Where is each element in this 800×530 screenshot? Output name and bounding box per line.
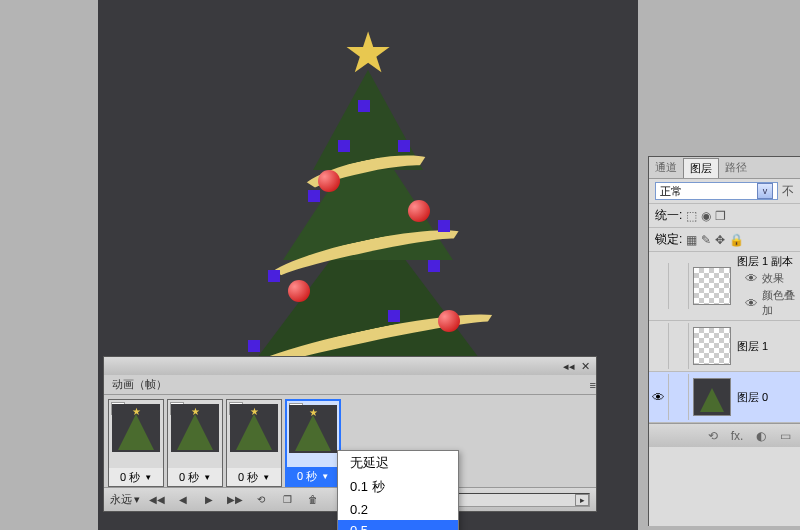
delay-option-no-delay[interactable]: 无延迟 xyxy=(338,451,458,475)
new-frame-button[interactable]: ❐ xyxy=(278,492,296,508)
unify-row: 统一: ⬚ ◉ ❐ xyxy=(649,204,800,228)
layer-row[interactable]: 👁 图层 0 xyxy=(649,372,800,423)
panel-menu-icon[interactable]: ≡ xyxy=(590,379,596,391)
link-cell[interactable] xyxy=(669,374,689,420)
frame-thumbnail: ★ xyxy=(289,405,337,453)
star-icon: ★ xyxy=(343,20,393,85)
new-group-button[interactable]: ▭ xyxy=(776,428,794,444)
lock-transparency-icon[interactable]: ▦ xyxy=(686,233,697,247)
fx-label: 效果 xyxy=(762,271,784,286)
dropdown-arrow-icon: v xyxy=(757,183,773,199)
frame-thumbnail: ★ xyxy=(112,404,160,452)
unify-style-icon[interactable]: ❐ xyxy=(715,209,726,223)
link-cell[interactable] xyxy=(669,263,689,309)
collapse-left-icon[interactable]: ◂◂ xyxy=(563,360,575,373)
animation-titlebar[interactable]: ◂◂ ✕ xyxy=(104,357,596,375)
layer-name: 图层 0 xyxy=(737,390,800,405)
play-button[interactable]: ▶ xyxy=(200,492,218,508)
layer-thumbnail xyxy=(693,327,731,365)
blend-mode-value: 正常 xyxy=(660,184,682,199)
animation-tab[interactable]: 动画（帧） ≡ xyxy=(104,375,596,395)
delete-frame-button[interactable]: 🗑 xyxy=(304,492,322,508)
animation-tab-label: 动画（帧） xyxy=(112,377,167,392)
layer-thumbnail xyxy=(693,267,731,305)
delay-option-0-1[interactable]: 0.1 秒 xyxy=(338,475,458,499)
layers-footer: ⟲ fx. ◐ ▭ xyxy=(649,423,800,447)
unify-label: 统一: xyxy=(655,207,682,224)
close-icon[interactable]: ✕ xyxy=(581,360,590,373)
lock-position-icon[interactable]: ✥ xyxy=(715,233,725,247)
eye-icon[interactable]: 👁 xyxy=(745,296,758,311)
eye-icon[interactable]: 👁 xyxy=(745,271,758,286)
next-frame-button[interactable]: ▶▶ xyxy=(226,492,244,508)
link-cell[interactable] xyxy=(669,323,689,369)
prev-frame-button[interactable]: ◀ xyxy=(174,492,192,508)
lock-pixels-icon[interactable]: ✎ xyxy=(701,233,711,247)
layer-mask-button[interactable]: ◐ xyxy=(752,428,770,444)
tab-channels[interactable]: 通道 xyxy=(649,158,683,177)
unify-visibility-icon[interactable]: ◉ xyxy=(701,209,711,223)
lock-row: 锁定: ▦ ✎ ✥ 🔒 xyxy=(649,228,800,252)
layer-list: 图层 1 副本 👁效果 👁颜色叠加 图层 1 👁 图层 0 xyxy=(649,252,800,423)
visibility-toggle[interactable]: 👁 xyxy=(649,374,669,420)
delay-option-0-5[interactable]: 0.5 xyxy=(338,520,458,530)
frame-thumbnail: ★ xyxy=(230,404,278,452)
layers-panel: 通道 图层 路径 正常 v 不 统一: ⬚ ◉ ❐ 锁定: ▦ ✎ ✥ 🔒 图层… xyxy=(648,156,800,526)
scroll-right-icon[interactable]: ▸ xyxy=(575,494,589,506)
frame-1[interactable]: 1 ★ 0 秒▼ xyxy=(108,399,164,487)
frame-2[interactable]: 2 ★ 0 秒▼ xyxy=(167,399,223,487)
frame-delay-button[interactable]: 0 秒▼ xyxy=(227,468,281,486)
frame-3[interactable]: 3 ★ 0 秒▼ xyxy=(226,399,282,487)
dropdown-arrow-icon: ▼ xyxy=(203,473,211,482)
blend-mode-select[interactable]: 正常 v xyxy=(655,182,778,200)
layer-thumbnail xyxy=(693,378,731,416)
first-frame-button[interactable]: ◀◀ xyxy=(148,492,166,508)
dropdown-arrow-icon: ▼ xyxy=(144,473,152,482)
tab-paths[interactable]: 路径 xyxy=(719,158,753,177)
frame-4[interactable]: 4 ★ 0 秒▼ xyxy=(285,399,341,487)
lock-all-icon[interactable]: 🔒 xyxy=(729,233,744,247)
link-layers-button[interactable]: ⟲ xyxy=(704,428,722,444)
layer-name: 图层 1 副本 xyxy=(737,254,800,269)
layer-row[interactable]: 图层 1 xyxy=(649,321,800,372)
layer-fx-button[interactable]: fx. xyxy=(728,428,746,444)
blend-mode-row: 正常 v 不 xyxy=(649,179,800,204)
tab-layers[interactable]: 图层 xyxy=(683,158,719,178)
panel-tabs: 通道 图层 路径 xyxy=(649,157,800,179)
visibility-toggle[interactable] xyxy=(649,323,669,369)
tween-button[interactable]: ⟲ xyxy=(252,492,270,508)
lock-label: 锁定: xyxy=(655,231,682,248)
frame-thumbnail: ★ xyxy=(171,404,219,452)
delay-option-0-2[interactable]: 0.2 xyxy=(338,499,458,520)
frame-delay-button[interactable]: 0 秒▼ xyxy=(287,467,339,485)
colour-overlay-label: 颜色叠加 xyxy=(762,288,800,318)
loop-label: 永远 xyxy=(110,492,132,507)
visibility-toggle[interactable] xyxy=(649,263,669,309)
frame-delay-button[interactable]: 0 秒▼ xyxy=(168,468,222,486)
layer-name: 图层 1 xyxy=(737,339,800,354)
dropdown-arrow-icon: ▼ xyxy=(262,473,270,482)
dropdown-arrow-icon: ▼ xyxy=(321,472,329,481)
opacity-label-cut: 不 xyxy=(782,183,794,200)
unify-position-icon[interactable]: ⬚ xyxy=(686,209,697,223)
frame-delay-menu: 无延迟 0.1 秒 0.2 0.5 1.0 xyxy=(337,450,459,530)
dropdown-arrow-icon: ▾ xyxy=(134,493,140,506)
eye-icon: 👁 xyxy=(652,390,665,405)
layer-row[interactable]: 图层 1 副本 👁效果 👁颜色叠加 xyxy=(649,252,800,321)
frame-delay-button[interactable]: 0 秒▼ xyxy=(109,468,163,486)
loop-selector[interactable]: 永远 ▾ xyxy=(110,492,140,507)
